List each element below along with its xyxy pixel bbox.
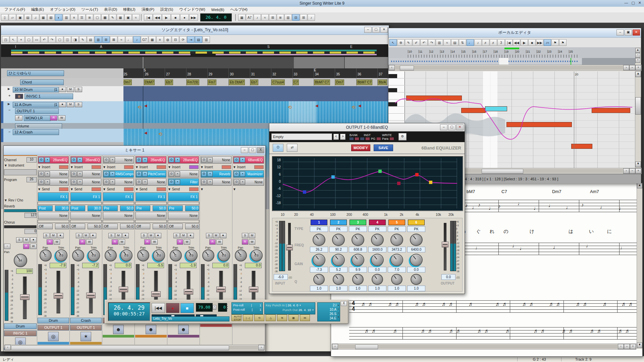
inst-led[interactable] (360, 137, 364, 140)
fader-thumb[interactable] (54, 293, 63, 299)
transport-button[interactable]: ◀◀ (153, 14, 162, 21)
audio-track-band[interactable] (123, 101, 388, 123)
marker-item[interactable]: 26.S (318, 312, 336, 316)
write-automation-button[interactable]: W (216, 239, 223, 245)
chord-cell[interactable]: DbM7 (144, 78, 165, 86)
chord-cell[interactable]: C7sus4 (271, 78, 292, 86)
vocal-tool-button[interactable]: ↶ (420, 39, 428, 46)
note-glyph[interactable]: ♩ (475, 245, 480, 250)
q-value[interactable]: 1.0 (349, 286, 367, 291)
song-editor-tool-button[interactable]: ↖ (10, 36, 17, 43)
vocal-editor-titlebar[interactable]: ボーカルエディタ – ▣ ✕ (388, 28, 641, 38)
fader-button[interactable]: F (15, 115, 22, 121)
menu-item[interactable]: Web(B) (209, 8, 227, 12)
note-glyph[interactable]: ♬♬ (534, 328, 548, 334)
lyric-syllable[interactable]: け (530, 229, 534, 235)
bypass-icon[interactable]: ▪ (142, 157, 148, 163)
bypass-icon[interactable]: ▪ (175, 157, 180, 163)
solo-button[interactable]: S (141, 233, 147, 238)
scroll-right-icon[interactable]: › (623, 168, 629, 174)
send-mode[interactable]: Pre (168, 205, 183, 211)
power-icon[interactable]: ʘ (71, 179, 76, 185)
insert-mini-slider[interactable] (124, 165, 133, 169)
transport-mode-button[interactable]: ▦ (288, 314, 299, 321)
note-glyph[interactable]: ♬♬ (618, 328, 632, 334)
bypass-icon[interactable]: ▪ (77, 171, 83, 177)
vocal-tool-button[interactable]: ♬ (490, 39, 497, 46)
bypass-icon[interactable]: ▪ (110, 171, 115, 177)
send-2-slider[interactable] (168, 220, 199, 223)
note-glyph[interactable]: ♬♬ (562, 328, 576, 334)
insert-slot-1[interactable]: ʘ▪ None (168, 170, 199, 178)
bypass-icon[interactable]: ▪ (142, 171, 148, 177)
mixer-hscrollbar[interactable]: ‹ › (4, 345, 265, 351)
insert-slot-2[interactable]: ʘ▪ Filter (168, 178, 199, 186)
send-section-label[interactable]: ▼ Send (38, 187, 50, 191)
chorus-slider[interactable] (4, 225, 37, 228)
record-button[interactable]: ● (166, 303, 179, 313)
scroll-left-icon[interactable]: ‹ (389, 65, 395, 70)
gain-knob[interactable] (371, 254, 384, 266)
power-button[interactable]: ʘ (273, 144, 283, 152)
power-icon[interactable]: ʘ (39, 157, 44, 163)
vocal-tool-button[interactable]: ♪≈ (544, 39, 551, 46)
insert-mini-slider[interactable] (254, 165, 264, 169)
insert-slot-2[interactable]: ʘ▪ None (103, 178, 134, 186)
close-button[interactable]: ✕ (456, 124, 464, 130)
song-editor-tool-button[interactable]: ◍ (164, 36, 171, 43)
output-fader-thumb[interactable] (442, 242, 448, 247)
note-glyph[interactable]: ♬♬ (388, 301, 402, 307)
chord-cell[interactable]: C7 (292, 78, 314, 86)
chord-cell[interactable]: Bb/A (377, 78, 388, 86)
scroll-handle[interactable] (355, 345, 378, 349)
bypass-icon[interactable]: ▪ (207, 179, 213, 185)
q-value[interactable]: 1.0 (368, 286, 386, 291)
pan-knob[interactable]: C (72, 249, 84, 261)
device-icon[interactable]: ▥ (15, 94, 23, 99)
power-icon[interactable]: ʘ (136, 179, 142, 185)
toolbar-button[interactable]: ≣ (86, 14, 93, 21)
insert-section-label[interactable]: ▼ Insert (200, 165, 213, 169)
transport-button[interactable]: ● (180, 14, 189, 21)
fader-thumb[interactable] (216, 287, 226, 292)
bypass-icon[interactable]: ▪ (77, 179, 83, 185)
lyric-syllable[interactable]: ぐ (476, 229, 481, 235)
send-2-mode[interactable]: Off (135, 224, 150, 229)
chord-cell[interactable]: Dm7 (123, 78, 144, 86)
vocal-tool-button[interactable]: ⇅ (459, 39, 466, 46)
close-button[interactable]: ✕ (380, 27, 388, 33)
save-button[interactable]: SAVE (374, 144, 393, 151)
note-glyph[interactable]: ♬ (505, 328, 513, 334)
insert-slot-2[interactable]: ʘ▪ None (201, 178, 231, 186)
bypass-icon[interactable]: ▪ (240, 179, 245, 185)
gain-value[interactable]: 5.2 (329, 267, 347, 273)
instrument-field[interactable] (4, 169, 37, 175)
note-glyph[interactable]: ♩ (512, 243, 517, 248)
bypass-icon[interactable]: ▪ (207, 171, 213, 177)
solo-button[interactable]: S (75, 87, 82, 92)
read-automation-button[interactable]: R (242, 239, 248, 245)
instrument-icon[interactable]: ☻ (178, 325, 189, 334)
note-glyph[interactable]: ♬♬ (449, 328, 463, 334)
song-editor-tool-button[interactable]: ⟳ (179, 36, 187, 43)
inst-led-2[interactable] (366, 137, 370, 140)
solo-button[interactable]: S (206, 233, 212, 238)
freq-knob[interactable] (371, 234, 384, 246)
toolbar-button[interactable]: ▦ (238, 14, 246, 21)
insert-section-label[interactable]: ▼ Insert (233, 165, 246, 169)
channel-output-chip[interactable]: INVSC 1 (4, 330, 37, 336)
record-button[interactable]: ● (122, 233, 129, 238)
read-automation-button[interactable]: R (112, 239, 118, 245)
song-editor-tool-button[interactable]: ≡ (156, 36, 164, 43)
transport-close-button[interactable]: X (341, 301, 347, 306)
send-2-mode[interactable]: Off (70, 224, 85, 229)
toolbar-button[interactable]: ⊞ (300, 14, 307, 21)
q-value[interactable]: 1.0 (388, 286, 406, 291)
rewind-button[interactable]: |◀◀ (152, 303, 165, 313)
band-type-field[interactable]: PK (368, 226, 386, 232)
track-name-field[interactable]: 11 A:Drum |1 (13, 102, 59, 108)
note-glyph[interactable]: ♬ (393, 328, 400, 334)
zoom-out-button[interactable]: − (629, 168, 635, 174)
solo-button[interactable]: S (75, 102, 82, 107)
vocal-tool-button[interactable]: ↷ (428, 39, 435, 46)
